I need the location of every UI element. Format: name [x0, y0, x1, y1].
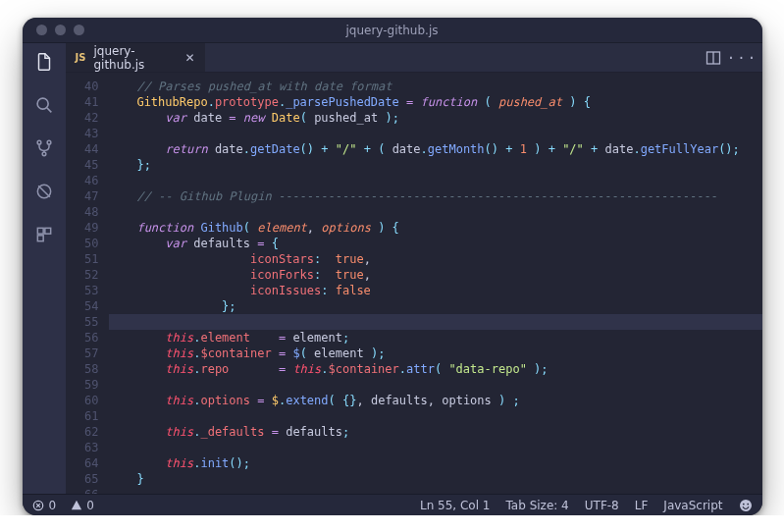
code-line[interactable]: iconIssues: false [109, 283, 762, 298]
code-line[interactable]: } [109, 471, 762, 487]
code-line[interactable]: this._defaults = defaults; [109, 424, 762, 440]
more-actions-icon[interactable]: ··· [735, 50, 751, 66]
feedback-icon[interactable] [739, 499, 753, 512]
code-line[interactable] [109, 204, 762, 220]
line-number-gutter: 4041424344454647484950515253545556575859… [66, 73, 109, 494]
encoding[interactable]: UTF-8 [585, 499, 619, 512]
eol[interactable]: LF [635, 499, 649, 512]
explorer-icon[interactable] [33, 51, 55, 73]
tabs-actions: ··· [706, 43, 762, 72]
svg-point-10 [740, 500, 752, 511]
svg-point-12 [747, 503, 749, 505]
code-line[interactable]: iconStars: true, [109, 251, 762, 267]
code-line[interactable]: this.$container = $( element ); [109, 346, 762, 361]
source-control-icon[interactable] [33, 137, 55, 159]
code-line[interactable]: return date.getDate() + "/" + ( date.get… [109, 141, 762, 157]
file-tab[interactable]: JS jquery-github.js ✕ [66, 43, 205, 72]
tab-close-icon[interactable]: ✕ [184, 51, 194, 65]
svg-rect-6 [44, 228, 50, 234]
code-line[interactable] [109, 440, 762, 455]
code-line[interactable]: }; [109, 157, 762, 173]
code-line[interactable]: GithubRepo.prototype._parsePushedDate = … [109, 94, 762, 110]
language-mode[interactable]: JavaScript [663, 499, 722, 512]
tab-label: jquery-github.js [93, 44, 177, 72]
tab-size[interactable]: Tab Size: 4 [506, 499, 569, 512]
svg-rect-5 [37, 228, 43, 234]
extensions-icon[interactable] [33, 224, 55, 245]
code-line[interactable]: this.repo = this.$container.attr( "data-… [109, 361, 762, 377]
code-line[interactable]: // Parses pushed_at with date format [109, 79, 762, 94]
code-line[interactable] [109, 377, 762, 393]
code-line[interactable]: var defaults = { [109, 236, 762, 251]
search-icon[interactable] [33, 94, 55, 116]
activity-bar [23, 43, 66, 494]
svg-point-1 [37, 140, 41, 144]
code-line[interactable]: }; [109, 298, 762, 314]
code-line[interactable] [109, 487, 762, 494]
tabs-row: JS jquery-github.js ✕ ··· [66, 43, 762, 73]
debug-icon[interactable] [33, 181, 55, 202]
code-line[interactable] [109, 314, 762, 330]
code-line[interactable]: this.options = $.extend( {}, defaults, o… [109, 393, 762, 408]
warning-icon [70, 499, 82, 511]
window-titlebar: jquery-github.js [23, 18, 762, 43]
code-line[interactable] [109, 408, 762, 424]
code-line[interactable]: this.init(); [109, 455, 762, 471]
status-problems[interactable]: 0 0 [32, 499, 94, 512]
status-bar: 0 0 Ln 55, Col 1 Tab Size: 4 UTF-8 LF Ja… [23, 494, 762, 515]
split-editor-icon[interactable] [706, 50, 721, 66]
code-area[interactable]: // Parses pushed_at with date format Git… [109, 73, 762, 494]
editor-body: JS jquery-github.js ✕ ··· 40414243444546… [23, 43, 762, 494]
svg-point-2 [47, 140, 51, 144]
svg-rect-7 [37, 236, 43, 241]
svg-point-0 [37, 98, 48, 109]
code-line[interactable] [109, 126, 762, 141]
editor-group: JS jquery-github.js ✕ ··· 40414243444546… [66, 43, 762, 494]
svg-point-11 [742, 503, 744, 505]
warning-count: 0 [86, 499, 94, 512]
tab-lang-badge: JS [76, 52, 86, 63]
code-line[interactable]: var date = new Date( pushed_at ); [109, 110, 762, 126]
error-icon [32, 499, 45, 511]
editor-window: jquery-github.js JS jque [23, 18, 762, 515]
cursor-position[interactable]: Ln 55, Col 1 [420, 499, 491, 512]
svg-point-3 [42, 152, 46, 156]
code-line[interactable]: function Github( element, options ) { [109, 220, 762, 236]
window-title: jquery-github.js [23, 24, 762, 37]
code-editor[interactable]: 4041424344454647484950515253545556575859… [66, 73, 762, 494]
error-count: 0 [49, 499, 57, 512]
code-line[interactable] [109, 173, 762, 188]
code-line[interactable]: this.element = element; [109, 330, 762, 346]
code-line[interactable]: // -- Github Plugin --------------------… [109, 188, 762, 204]
code-line[interactable]: iconForks: true, [109, 267, 762, 283]
